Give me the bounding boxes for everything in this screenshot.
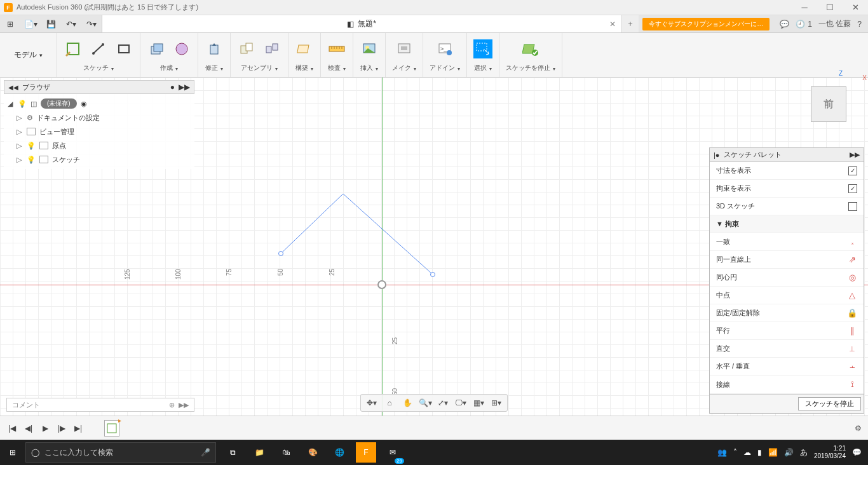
redo-button[interactable]: ↷▾: [83, 17, 100, 32]
tree-root[interactable]: ◢ 💡 ◫ (未保存) ◉: [4, 97, 194, 111]
palette-row-show-constraints[interactable]: 拘束を表示: [710, 180, 864, 198]
mail-icon[interactable]: ✉29: [380, 440, 405, 465]
create-sketch-icon[interactable]: [64, 39, 83, 58]
chrome-icon[interactable]: 🌐: [327, 440, 352, 465]
palette-section-constraint[interactable]: ▼ 拘束: [710, 215, 864, 233]
fit-tool-icon[interactable]: ⤢▾: [436, 396, 450, 409]
save-button[interactable]: 💾: [42, 17, 60, 32]
constraint-concentric[interactable]: 同心円◎: [710, 269, 864, 287]
store-icon[interactable]: 🛍: [273, 440, 299, 465]
browser-expand-icon[interactable]: ▶▶: [179, 83, 190, 92]
zoom-tool-icon[interactable]: 🔍▾: [418, 396, 432, 409]
sketch-endpoint[interactable]: [278, 251, 283, 256]
people-icon[interactable]: 👥: [717, 448, 727, 457]
timeline-end-button[interactable]: ▶|: [72, 423, 84, 434]
stop-sketch-icon[interactable]: [521, 39, 540, 58]
tray-chevron-icon[interactable]: ˄: [733, 448, 737, 457]
revolve-icon[interactable]: [172, 39, 191, 58]
viewport-icon[interactable]: ⊞▾: [489, 396, 503, 409]
comment-expand-icon[interactable]: ▶▶: [179, 401, 189, 409]
display-style-icon[interactable]: 🖵▾: [454, 396, 468, 409]
checkbox-show-constraints[interactable]: [848, 184, 857, 193]
constraint-tangent[interactable]: 接線⟟: [710, 376, 864, 394]
close-tab-button[interactable]: ✕: [609, 20, 616, 29]
ribbon-label-addins[interactable]: アドイン: [430, 62, 460, 74]
timeline-feature-sketch[interactable]: ▸: [104, 420, 119, 437]
insert-icon[interactable]: [360, 39, 379, 58]
ribbon-label-modify[interactable]: 修正: [205, 62, 223, 74]
help-button[interactable]: ?: [857, 20, 862, 29]
ribbon-label-construct[interactable]: 構築: [295, 62, 313, 74]
constraint-parallel[interactable]: 平行∥: [710, 322, 864, 340]
wifi-icon[interactable]: 📶: [768, 448, 778, 457]
collapse-icon[interactable]: ◀◀: [8, 84, 18, 91]
undo-button[interactable]: ↶▾: [62, 17, 80, 32]
ribbon-label-sketch[interactable]: スケッチ: [83, 62, 114, 74]
notifications-icon[interactable]: 💬: [852, 448, 862, 457]
ribbon-label-insert[interactable]: 挿入: [360, 62, 378, 74]
palette-header[interactable]: |● スケッチ パレット ▶▶: [710, 148, 864, 162]
comment-bar[interactable]: コメント ⊕ ▶▶: [6, 398, 194, 412]
sketch-endpoint[interactable]: [430, 272, 435, 277]
checkbox-show-dim[interactable]: [848, 166, 857, 175]
task-view-icon[interactable]: ⧉: [220, 440, 245, 465]
timeline-step-back-button[interactable]: ◀|: [23, 423, 34, 434]
palette-row-3d-sketch[interactable]: 3D スケッチ: [710, 198, 864, 215]
file-explorer-icon[interactable]: 📁: [247, 440, 272, 465]
make-icon[interactable]: [395, 39, 414, 58]
constraint-fix[interactable]: 固定/固定解除🔒: [710, 304, 864, 322]
tree-item-view-mgmt[interactable]: ▷ ビュー管理: [4, 125, 194, 139]
stop-sketch-button[interactable]: スケッチを停止: [798, 397, 861, 410]
timeline-step-fwd-button[interactable]: |▶: [56, 423, 67, 434]
line-tool-icon[interactable]: [89, 39, 108, 58]
close-button[interactable]: ✕: [849, 1, 862, 14]
constraint-collinear[interactable]: 同一直線上⇗: [710, 251, 864, 269]
clock[interactable]: 1:21 2019/03/24: [814, 445, 846, 460]
select-tool-icon[interactable]: [473, 39, 492, 58]
addins-icon[interactable]: >_: [435, 39, 454, 58]
battery-icon[interactable]: ▮: [757, 448, 762, 457]
checkbox-3d-sketch[interactable]: [848, 202, 857, 211]
triangle-icon[interactable]: ◢: [8, 100, 14, 108]
minimize-button[interactable]: ─: [798, 1, 811, 14]
constraint-horizontal-vertical[interactable]: 水平 / 垂直⫠: [710, 358, 864, 376]
ribbon-label-stop[interactable]: スケッチを停止: [506, 62, 555, 74]
grid-settings-icon[interactable]: ▦▾: [471, 396, 485, 409]
collapse-icon[interactable]: |●: [714, 151, 720, 159]
rectangle-tool-icon[interactable]: [114, 39, 133, 58]
comments-icon[interactable]: 💬: [780, 20, 789, 29]
ribbon-label-make[interactable]: メイク: [392, 62, 416, 74]
ime-icon[interactable]: あ: [800, 447, 808, 458]
fusion-taskbar-icon[interactable]: F: [356, 442, 376, 463]
maximize-button[interactable]: ☐: [824, 1, 836, 14]
extrude-icon[interactable]: [147, 39, 166, 58]
palette-row-show-dim[interactable]: 寸法を表示: [710, 162, 864, 180]
triangle-icon[interactable]: ▷: [17, 114, 23, 122]
add-comment-button[interactable]: ⊕: [169, 401, 175, 409]
triangle-icon[interactable]: ▷: [17, 156, 23, 164]
timeline-marker-icon[interactable]: ▸: [118, 417, 121, 424]
triangle-icon[interactable]: ▷: [17, 142, 23, 150]
taskbar-search[interactable]: ◯ ここに入力して検索 🎤: [25, 442, 216, 463]
look-at-icon[interactable]: ⌂: [383, 396, 397, 409]
timeline-start-button[interactable]: |◀: [6, 423, 18, 434]
mic-icon[interactable]: 🎤: [201, 448, 210, 457]
new-document-button[interactable]: ＋: [621, 15, 639, 32]
bulb-icon[interactable]: 💡: [18, 100, 27, 108]
user-menu[interactable]: 一也 佐藤: [818, 18, 851, 29]
ribbon-label-create[interactable]: 作成: [160, 62, 178, 74]
bulb-icon[interactable]: 💡: [27, 142, 36, 150]
paint-icon[interactable]: 🎨: [300, 440, 325, 465]
constraint-midpoint[interactable]: 中点△: [710, 287, 864, 304]
radio-icon[interactable]: ◉: [81, 100, 87, 108]
browser-header[interactable]: ◀◀ ブラウザ ● ▶▶: [4, 80, 194, 94]
measure-icon[interactable]: [327, 39, 346, 58]
pan-tool-icon[interactable]: ✋: [400, 396, 414, 409]
timeline-settings-button[interactable]: ⚙: [855, 424, 862, 433]
data-panel-button[interactable]: ⊞: [1, 17, 19, 32]
bulb-icon[interactable]: 💡: [27, 156, 36, 164]
file-menu-button[interactable]: 📄▾: [22, 17, 39, 32]
timeline-play-button[interactable]: ▶: [39, 423, 51, 434]
orbit-tool-icon[interactable]: ✥▾: [365, 396, 379, 409]
tree-item-doc-settings[interactable]: ▷ ⚙ ドキュメントの設定: [4, 111, 194, 125]
